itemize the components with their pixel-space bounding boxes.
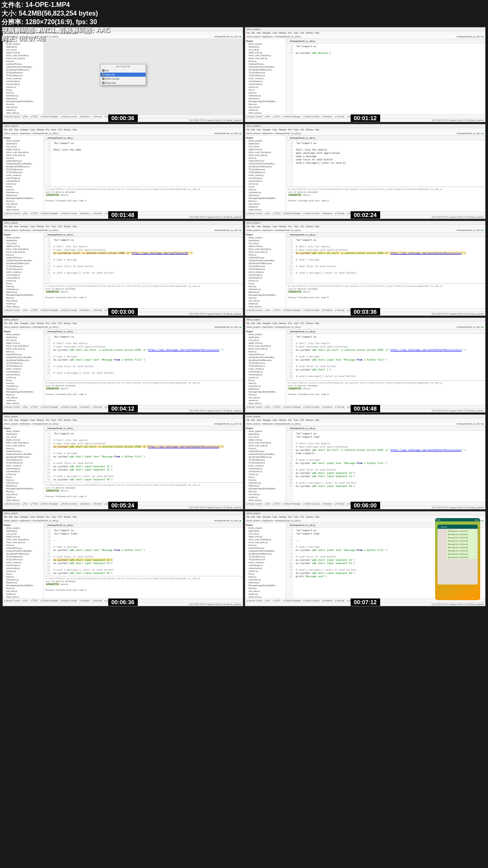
tree-item[interactable]: GetScreen.py: [4, 288, 43, 291]
tree-item[interactable]: MessageImageShowHighRes...: [246, 294, 285, 297]
tree-item[interactable]: readers.py: [246, 109, 285, 112]
tree-item[interactable]: combox.py: [4, 570, 43, 573]
tree-item[interactable]: GetStockPrice.py: [246, 160, 285, 162]
tree-item[interactable]: TkTypToResource: [246, 74, 285, 77]
tree-item[interactable]: colorsample.py: [246, 180, 285, 183]
tree-item[interactable]: frame.py: [4, 350, 43, 353]
tree-item[interactable]: frame_code_Example.py: [4, 441, 43, 444]
tool-window-tab[interactable]: ● TODO: [30, 115, 38, 118]
tree-item[interactable]: colorchange.py: [246, 467, 285, 470]
tree-item[interactable]: MessageImageShowHighRes...: [246, 487, 285, 490]
tree-item[interactable]: digital_clock.py: [4, 535, 43, 538]
tree-item[interactable]: Applications: [246, 336, 285, 339]
tree-item[interactable]: MapArea.py: [4, 291, 43, 294]
project-sidebar[interactable]: Projecttkinter_projects Applications cro…: [245, 39, 286, 114]
tree-item[interactable]: Movie.py: [246, 200, 285, 203]
tree-item[interactable]: real_area.py: [246, 203, 285, 206]
tree-item[interactable]: GetStockPrice.py: [246, 63, 285, 66]
tree-item[interactable]: frame_code_Example.py: [4, 538, 43, 541]
tool-window-tab[interactable]: ● Python Console: [303, 503, 319, 505]
tool-window-tab[interactable]: ● Terminal: [335, 599, 344, 602]
code-editor[interactable]: "kw">import os # Shell into the mobile #…: [51, 334, 243, 380]
menu-item[interactable]: File: [4, 225, 7, 228]
tree-item[interactable]: TkTypToResource: [246, 362, 285, 365]
tree-item[interactable]: digital_clock.py: [246, 439, 285, 441]
breadcrumb[interactable]: tkinter_projects › Applications › whatsa…: [4, 229, 59, 231]
tree-item[interactable]: frame_code_pack.py: [246, 444, 285, 447]
menu-item[interactable]: Tools: [294, 128, 299, 131]
tree-item[interactable]: MessageImageShowHighRes...: [4, 584, 43, 587]
menu-item[interactable]: VCS: [300, 516, 304, 518]
run-config-selector[interactable]: whatsappSender_by_adb ▾: [214, 35, 239, 38]
tree-item[interactable]: colorchange.py: [246, 370, 285, 373]
tool-window-tab[interactable]: ● Terminal: [92, 309, 102, 311]
tree-item[interactable]: colorchange.py: [246, 177, 285, 180]
breadcrumb[interactable]: tkinter_projects › Applications › whatsa…: [246, 229, 301, 231]
tree-item[interactable]: readers.py: [246, 496, 285, 499]
menu-item[interactable]: Tools: [294, 516, 299, 518]
tool-window-tab[interactable]: ● Version Control: [246, 309, 262, 311]
tree-item[interactable]: sheet_area.py: [246, 112, 285, 114]
tool-window-tab[interactable]: ● Run: [23, 599, 28, 602]
tool-window-tab[interactable]: ● Run: [265, 212, 271, 215]
project-sidebar[interactable]: Projecttkinter_projects Applications cro…: [3, 233, 44, 308]
run-icon[interactable]: ▶: [240, 519, 242, 522]
tool-window-tab[interactable]: ● Run: [23, 406, 28, 408]
tree-item[interactable]: MapArea.py: [4, 581, 43, 584]
tree-item[interactable]: cron_job.py: [4, 145, 43, 148]
menu-item[interactable]: Run: [46, 516, 50, 518]
menu-item[interactable]: View: [257, 225, 261, 228]
tree-item[interactable]: button_create.py: [246, 368, 285, 370]
tree-item[interactable]: frame_code_Example.py: [246, 441, 285, 444]
breadcrumb[interactable]: tkinter_projects › Applications › whatsa…: [246, 132, 301, 135]
tree-item[interactable]: frame.py: [246, 157, 285, 160]
menu-item[interactable]: Navigate: [262, 419, 271, 421]
tree-item[interactable]: frame_code_pack.py: [4, 444, 43, 447]
menu-item[interactable]: Tools: [294, 419, 299, 421]
menu-item[interactable]: Help: [73, 225, 77, 228]
tree-item[interactable]: cron_job.py: [4, 339, 43, 342]
tree-item[interactable]: SendEmailToAllResource: [246, 359, 285, 362]
tree-item[interactable]: button_create.py: [246, 464, 285, 467]
menu-item[interactable]: Window: [306, 32, 313, 34]
tree-item[interactable]: TkTypToResource: [4, 265, 43, 268]
menu-item[interactable]: Navigate: [262, 32, 271, 34]
tree-item[interactable]: GetScreen.py: [246, 191, 285, 194]
run-config-selector[interactable]: whatsappSender_by_adb ▾: [457, 229, 482, 231]
menu-item[interactable]: Refactor: [279, 32, 287, 34]
menu-item[interactable]: Edit: [251, 516, 255, 518]
tree-item[interactable]: Applications: [4, 336, 43, 339]
tree-item[interactable]: colorchange.py: [4, 274, 43, 276]
tool-window-tab[interactable]: ● Python Console: [303, 115, 319, 118]
tree-item[interactable]: first.py: [4, 379, 43, 382]
tool-window-tab[interactable]: ● Python Packages: [41, 599, 58, 602]
tree-item[interactable]: sheet_area.py: [246, 402, 285, 405]
tree-item[interactable]: digital_clock.py: [4, 51, 43, 54]
menu-item[interactable]: VCS: [300, 225, 304, 228]
tool-window-tab[interactable]: ● Run: [265, 115, 271, 118]
tree-item[interactable]: combox.py: [246, 86, 285, 89]
editor-tab[interactable]: whatsappSender_by_adb.py: [45, 329, 75, 333]
menu-item[interactable]: Help: [73, 322, 77, 324]
breadcrumb[interactable]: tkinter_projects › Applications › whatsa…: [4, 423, 59, 425]
menu-item[interactable]: Code: [272, 516, 277, 518]
tree-item[interactable]: button_create.py: [4, 174, 43, 177]
tool-window-tab[interactable]: ● Version Control: [4, 406, 20, 408]
menu-item[interactable]: Run: [288, 32, 292, 34]
breadcrumb[interactable]: tkinter_projects › Applications › whatsa…: [246, 326, 301, 328]
tree-item[interactable]: sheet_area.py: [246, 596, 285, 598]
menu-item[interactable]: Help: [73, 419, 77, 421]
tree-item[interactable]: GetScreen.py: [4, 191, 43, 194]
menu-item[interactable]: Refactor: [36, 516, 44, 518]
project-sidebar[interactable]: Projecttkinter_projects Applications cro…: [3, 426, 44, 502]
tree-item[interactable]: frame_code_Example.py: [246, 538, 285, 541]
menu-item[interactable]: Window: [64, 516, 71, 518]
tree-item[interactable]: sheet_area.py: [4, 402, 43, 405]
run-config-selector[interactable]: whatsappSender_by_adb ▾: [457, 132, 482, 135]
editor-tab[interactable]: whatsappSender_by_adb.py: [45, 426, 75, 430]
tree-item[interactable]: GetStockPrice.py: [4, 353, 43, 356]
tree-item[interactable]: frame_code_pack.py: [4, 251, 43, 254]
tree-item[interactable]: SendEmailToAllResource: [4, 553, 43, 555]
run-icon[interactable]: ▶: [240, 229, 242, 231]
menu-item[interactable]: Edit: [251, 322, 255, 324]
